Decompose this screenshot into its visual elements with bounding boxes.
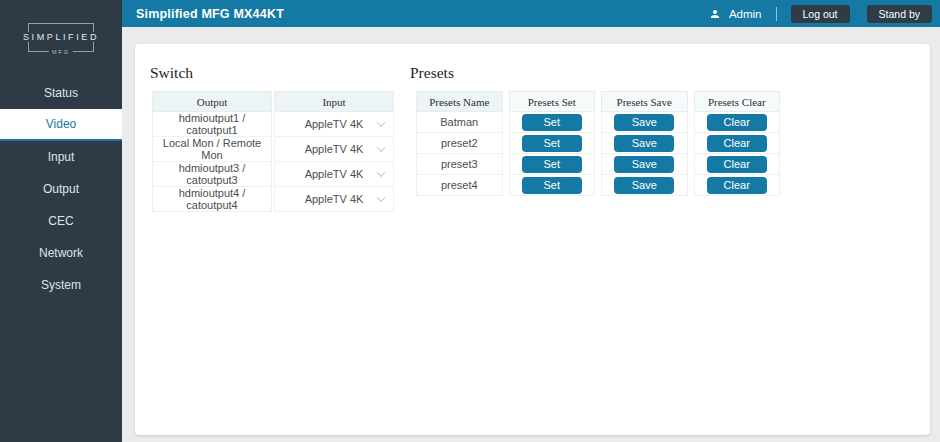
content-card: Switch Output Input hdmioutput1 / catout… — [135, 44, 930, 435]
sidebar-item-network[interactable]: Network — [0, 237, 122, 269]
sidebar-item-input[interactable]: Input — [0, 141, 122, 173]
switch-section: Switch Output Input hdmioutput1 / catout… — [150, 64, 396, 212]
table-row: preset3 Set Save Clear — [416, 154, 780, 175]
preset-name-cell: preset3 — [416, 154, 503, 175]
preset1-set-button[interactable]: Set — [522, 114, 582, 131]
switch-table: Output Input hdmioutput1 / catoutput1 Ap… — [150, 91, 396, 212]
table-row: hdmioutput3 / catoutput3 AppleTV 4K — [152, 162, 394, 187]
presets-table: Presets Name Presets Set Presets Save Pr… — [410, 91, 786, 196]
chevron-down-icon — [377, 144, 385, 152]
table-row: hdmioutput1 / catoutput1 AppleTV 4K — [152, 112, 394, 137]
column-header-output: Output — [152, 91, 272, 112]
input-select-value: AppleTV 4K — [305, 143, 364, 155]
presets-header-row: Presets Name Presets Set Presets Save Pr… — [416, 91, 780, 112]
input-select-output2[interactable]: AppleTV 4K — [274, 137, 394, 162]
top-bar: Simplified MFG MX44KT Admin Log out Stan… — [122, 0, 940, 27]
standby-button[interactable]: Stand by — [867, 5, 932, 23]
preset2-clear-button[interactable]: Clear — [707, 135, 767, 152]
preset2-save-button[interactable]: Save — [614, 135, 674, 152]
topbar-divider — [776, 7, 777, 21]
chevron-down-icon — [377, 194, 385, 202]
preset3-set-button[interactable]: Set — [522, 156, 582, 173]
column-header-presets-name: Presets Name — [416, 91, 503, 112]
preset1-clear-button[interactable]: Clear — [707, 114, 767, 131]
input-select-output4[interactable]: AppleTV 4K — [274, 187, 394, 212]
switch-header-row: Output Input — [152, 91, 394, 112]
preset4-clear-button[interactable]: Clear — [707, 177, 767, 194]
user-menu[interactable]: Admin — [709, 8, 762, 20]
sidebar-item-video[interactable]: Video — [0, 109, 122, 141]
logout-button[interactable]: Log out — [791, 5, 850, 23]
column-header-presets-clear: Presets Clear — [694, 91, 781, 112]
switch-section-title: Switch — [150, 64, 396, 82]
presets-section-title: Presets — [410, 64, 786, 82]
sidebar-item-status[interactable]: Status — [0, 77, 122, 109]
brand-logo-subtext: MFG — [49, 49, 73, 55]
preset3-save-button[interactable]: Save — [614, 156, 674, 173]
input-select-output1[interactable]: AppleTV 4K — [274, 112, 394, 137]
output-cell: hdmioutput3 / catoutput3 — [152, 162, 272, 187]
brand-logo-text: SIMPLIFIED — [21, 31, 101, 41]
input-select-value: AppleTV 4K — [305, 168, 364, 180]
preset-name-cell: Batman — [416, 112, 503, 133]
user-icon — [709, 8, 721, 20]
presets-section: Presets Presets Name Presets Set Presets… — [410, 64, 786, 196]
preset-name-cell: preset2 — [416, 133, 503, 154]
table-row: Batman Set Save Clear — [416, 112, 780, 133]
preset3-clear-button[interactable]: Clear — [707, 156, 767, 173]
sidebar: SIMPLIFIED MFG Status Video Input Output… — [0, 0, 122, 442]
input-select-value: AppleTV 4K — [305, 118, 364, 130]
preset-name-cell: preset4 — [416, 175, 503, 196]
chevron-down-icon — [377, 169, 385, 177]
preset4-set-button[interactable]: Set — [522, 177, 582, 194]
sidebar-item-output[interactable]: Output — [0, 173, 122, 205]
input-select-value: AppleTV 4K — [305, 193, 364, 205]
column-header-input: Input — [274, 91, 394, 112]
column-header-presets-save: Presets Save — [601, 91, 688, 112]
table-row: preset2 Set Save Clear — [416, 133, 780, 154]
sidebar-nav: Status Video Input Output CEC Network Sy… — [0, 77, 122, 301]
output-cell: hdmioutput4 / catoutput4 — [152, 187, 272, 212]
sidebar-item-cec[interactable]: CEC — [0, 205, 122, 237]
preset4-save-button[interactable]: Save — [614, 177, 674, 194]
brand-logo: SIMPLIFIED MFG — [28, 23, 94, 52]
table-row: hdmioutput4 / catoutput4 AppleTV 4K — [152, 187, 394, 212]
app-title: Simplified MFG MX44KT — [136, 7, 284, 21]
sidebar-item-system[interactable]: System — [0, 269, 122, 301]
preset1-save-button[interactable]: Save — [614, 114, 674, 131]
chevron-down-icon — [377, 119, 385, 127]
user-label: Admin — [729, 8, 762, 20]
column-header-presets-set: Presets Set — [509, 91, 596, 112]
output-cell: hdmioutput1 / catoutput1 — [152, 112, 272, 137]
table-row: preset4 Set Save Clear — [416, 175, 780, 196]
output-cell: Local Mon / Remote Mon — [152, 137, 272, 162]
preset2-set-button[interactable]: Set — [522, 135, 582, 152]
table-row: Local Mon / Remote Mon AppleTV 4K — [152, 137, 394, 162]
input-select-output3[interactable]: AppleTV 4K — [274, 162, 394, 187]
